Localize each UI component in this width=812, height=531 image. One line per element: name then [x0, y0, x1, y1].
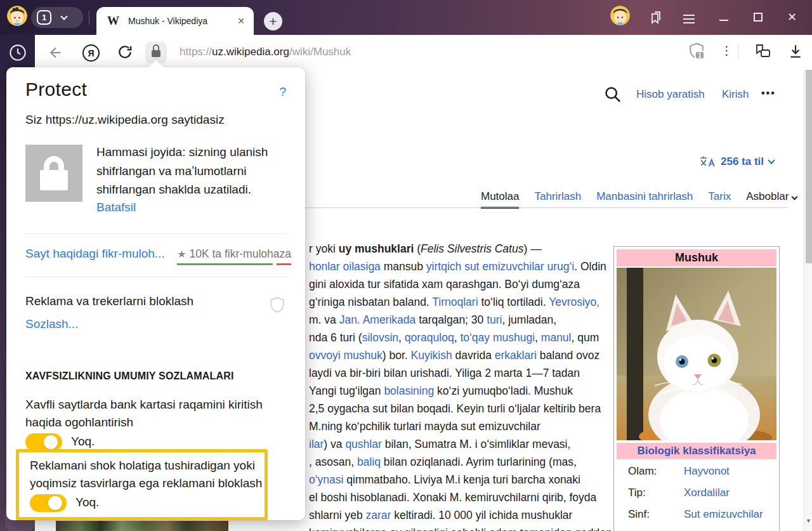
article-link[interactable]: ilar — [309, 438, 324, 450]
details-link[interactable]: Batafsil — [96, 200, 136, 214]
protect-shield-button[interactable]: 1 — [689, 43, 704, 60]
article-link[interactable]: yirtqich sut emizuvchilar urugʻi — [426, 260, 574, 273]
wiki-tab-manbasini-tahrirlash[interactable]: Manbasini tahrirlash — [596, 190, 693, 209]
article-link[interactable]: qoraquloq — [405, 331, 454, 344]
chevron-down-icon — [768, 157, 775, 164]
infobox-row-label: Tip: — [628, 487, 684, 499]
language-selector[interactable]: 256 ta til — [699, 155, 774, 168]
tab-close-icon[interactable]: ✕ — [237, 16, 245, 26]
page-scrollbar[interactable]: ▼ — [804, 70, 812, 531]
connection-status-text: Hammasi joyida: sizning ulanish shifrlan… — [96, 143, 268, 199]
login-link[interactable]: Kirish — [722, 88, 749, 101]
article-line: ilar) va qushlar bilan, Sumatra M. i oʻs… — [309, 435, 652, 453]
site-feedback-link[interactable]: Sayt haqidagi fikr-muloh... — [25, 247, 165, 261]
article-text-segment: gini aloxida tur sifatida xam qarashgan.… — [309, 278, 580, 291]
infobox-row-value-link[interactable]: Sut emizuvchilar — [684, 508, 763, 521]
window-close-button[interactable]: ✕ — [787, 10, 797, 24]
shock-ads-toggle[interactable] — [30, 494, 67, 512]
article-text-segment: , jumladan, — [502, 313, 556, 326]
more-actions-icon[interactable]: ⋮ — [721, 43, 733, 58]
article-text-segment: . Oldin — [574, 260, 606, 273]
wiki-tab-tarix[interactable]: Tarix — [708, 190, 731, 209]
article-link[interactable]: turi — [487, 313, 502, 326]
new-tab-button[interactable]: + — [264, 12, 282, 30]
tab-counter[interactable]: 1 — [37, 10, 51, 25]
site-status-line: Siz https://uz.wikipedia.org saytidasiz — [25, 113, 225, 127]
article-text-segment: , — [454, 331, 461, 344]
history-clock-icon[interactable] — [9, 44, 27, 62]
article-text-segment: bilan, Sumatra M. i oʻsimliklar mevasi, — [382, 438, 571, 450]
article-text-segment: baland ovoz — [537, 349, 599, 362]
browser-menu-icon[interactable] — [683, 12, 695, 26]
article-image-fragment — [56, 521, 228, 531]
article-text-segment: m. va — [309, 313, 339, 326]
download-icon[interactable] — [789, 44, 802, 59]
header-more-menu[interactable]: ••• — [761, 88, 776, 99]
article-line: M.ning koʻpchilik turlari mayda sut emiz… — [309, 417, 652, 435]
tab-group-pill[interactable]: 1 — [31, 7, 83, 28]
article-link[interactable]: bolasining — [384, 384, 434, 397]
reload-icon[interactable] — [117, 44, 133, 60]
infobox-row-value-link[interactable]: Xordalilar — [684, 487, 730, 499]
article-link[interactable]: Kuyikish — [411, 349, 452, 362]
article-link[interactable]: honlar oilasiga — [309, 260, 381, 273]
article-link[interactable]: zarar — [366, 509, 391, 521]
wiki-tab-mutolaa[interactable]: Mutolaa — [481, 190, 519, 209]
browser-tab[interactable]: W Mushuk - Vikipediya ✕ — [96, 7, 254, 35]
create-account-link[interactable]: Hisob yaratish — [636, 88, 705, 101]
back-icon[interactable] — [48, 44, 64, 61]
article-link[interactable]: toʻqay mushugi — [460, 331, 535, 344]
cat-photo — [617, 268, 776, 440]
article-line: kemiruvchilarga ov qilganligi sababli od… — [309, 524, 652, 531]
article-link[interactable]: ovvoyi mushuk — [309, 349, 383, 362]
window-minimize-button[interactable] — [719, 13, 729, 23]
infobox-row-value-link[interactable]: Hayvonot — [684, 465, 730, 478]
infobox-row: Olam:Hayvonot — [617, 461, 776, 482]
article-link[interactable]: Tirnoqlari — [432, 296, 478, 308]
article-text-segment: koʻzi yumuqboʻladi. Mushuk — [434, 384, 573, 397]
article-line: gini aloxida tur sifatida xam qarashgan.… — [309, 275, 652, 293]
bookmarks-icon[interactable] — [648, 10, 664, 25]
search-icon[interactable] — [604, 86, 622, 103]
article-link[interactable]: oʻynasi — [309, 473, 343, 486]
article-link[interactable]: Yevrosiyo, — [549, 296, 599, 308]
article-line: , asosan, baliq bilan oziqlanadi. Ayrim … — [309, 453, 652, 471]
article-text-segment: mansub — [381, 260, 426, 273]
article-text-segment: , asosan, — [309, 456, 357, 468]
shock-ads-toggle-state: Yoq. — [75, 495, 99, 509]
lock-icon — [40, 156, 68, 190]
scrollbar-down-arrow[interactable]: ▼ — [804, 518, 812, 524]
scrollbar-thumb[interactable] — [806, 70, 812, 263]
article-text-segment: ) bor. — [383, 349, 411, 362]
wiki-tab-asboblar[interactable]: Asboblar — [746, 190, 797, 209]
adblock-settings-link[interactable]: Sozlash... — [25, 317, 78, 331]
article-link[interactable]: silovsin — [362, 331, 398, 344]
profile-avatar[interactable] — [7, 6, 27, 26]
article-text-segment: , qum — [572, 331, 599, 344]
profile-avatar-right[interactable] — [610, 6, 630, 25]
collections-icon[interactable] — [754, 43, 771, 60]
article-text-segment: ) va — [324, 438, 345, 450]
bank-warning-toggle[interactable] — [25, 433, 62, 451]
article-line: gʻriniga nisbatan baland. Tirnoqlari toʻ… — [309, 293, 652, 311]
help-link[interactable]: ? — [279, 85, 286, 99]
wiki-tabs: MutolaaTahrirlashManbasini tahrirlashTar… — [481, 190, 797, 209]
protect-badge: 1 — [695, 51, 705, 60]
article-link[interactable]: Jan. Amerikada — [339, 313, 416, 326]
lock-illustration — [25, 145, 82, 202]
chevron-down-icon[interactable] — [60, 13, 67, 20]
window-maximize-button[interactable] — [754, 13, 763, 22]
article-link[interactable]: baliq — [357, 456, 381, 468]
address-bar[interactable]: https://uz.wikipedia.org/wiki/Mushuk — [180, 46, 351, 58]
yandex-icon[interactable]: Я — [82, 44, 100, 62]
article-text-segment: ( — [414, 242, 421, 255]
site-rating: ★10K ta fikr-mulohaza — [177, 247, 291, 265]
bank-warning-toggle-state: Yoq. — [71, 435, 95, 449]
article-link[interactable]: erkaklari — [495, 349, 537, 362]
titlebar: 1 W Mushuk - Vikipediya ✕ + — [0, 0, 812, 35]
article-link[interactable]: manul — [541, 331, 572, 344]
article-link[interactable]: qushlar — [345, 438, 381, 450]
girl-avatar-icon — [7, 6, 27, 26]
article-line: el boshi hisoblanadi. Xonaki M. kemiruvc… — [309, 488, 652, 506]
wiki-tab-tahrirlash[interactable]: Tahrirlash — [534, 190, 581, 209]
